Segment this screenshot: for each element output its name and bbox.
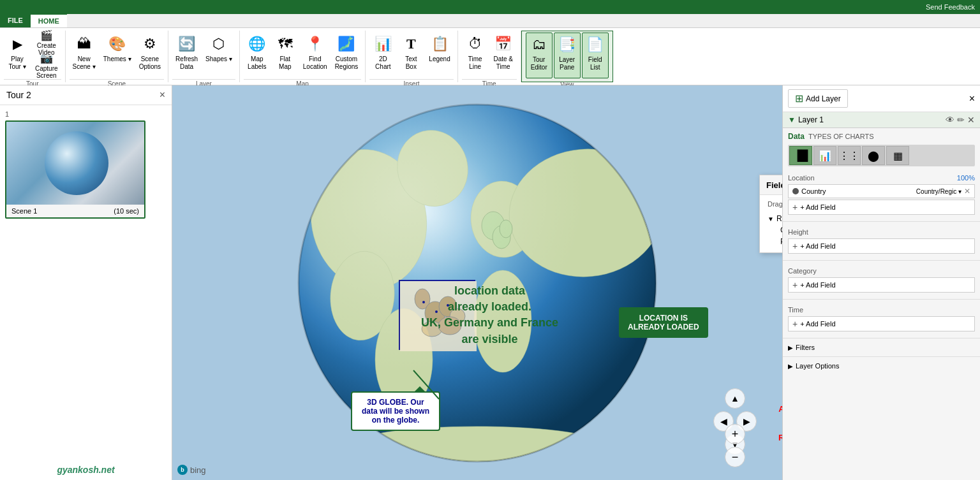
scene-list: 1 Scene 1 (10 sec) (0, 105, 172, 460)
shapes-button[interactable]: ⬡ Shapes ▾ (202, 32, 235, 78)
map-area: ▲ ◀ ▶ ▼ + − b bing 3D GLOBE. Our data wi… (172, 85, 782, 480)
ribbon-group-time: ⏱ TimeLine 📅 Date &Time Time (458, 31, 521, 82)
height-label-row: Height (788, 228, 975, 236)
location-add-label: + Add Field (800, 203, 835, 211)
ribbon-group-scene: 🏔 NewScene ▾ 🎨 Themes ▾ ⚙ SceneOptions S… (66, 31, 169, 82)
custom-regions-button[interactable]: 🗾 CustomRegions (332, 32, 362, 78)
right-panel: ⊞ Add Layer × ▼ Layer 1 👁 ✏ ✕ D (782, 85, 980, 480)
annotation-addfields: ADD THE DATA FIELDS AS PER REQUIREMENT (778, 404, 782, 442)
layer-options-label: Layer Options (796, 362, 839, 370)
new-scene-button[interactable]: 🏔 NewScene ▾ (70, 32, 99, 78)
tab-file[interactable]: FILE (0, 13, 31, 27)
custom-regions-icon: 🗾 (336, 34, 357, 54)
date-time-button[interactable]: 📅 Date &Time (490, 32, 517, 78)
location-type-select[interactable]: Country/Regic ▾ (916, 188, 961, 195)
map-labels-button[interactable]: 🌐 MapLabels (244, 32, 271, 78)
layer-section: ▼ Layer 1 👁 ✏ ✕ (783, 112, 980, 128)
scene-thumbnail (6, 122, 145, 205)
time-plus-icon: + (792, 319, 798, 329)
ribbon-group-view: 🗂 TourEditor 📑 LayerPane 📄 FieldList Vie… (521, 31, 613, 82)
flat-map-icon: 🗺 (275, 34, 295, 54)
find-location-icon: 📍 (305, 34, 325, 54)
2d-chart-button[interactable]: 📊 2DChart (369, 32, 396, 78)
divider-3 (783, 299, 980, 300)
location-section: Location 100% Country Country/Regic ▾ ✕ … (783, 170, 980, 219)
chart-type-bar2-button[interactable]: 📊 (813, 146, 836, 165)
location-label: Location (788, 174, 815, 182)
add-layer-button[interactable]: ⊞ Add Layer (788, 89, 848, 108)
legend-icon: 📋 (429, 34, 450, 54)
chart-type-heat-button[interactable]: ▦ (886, 146, 909, 165)
time-section: Time + + Add Field (783, 302, 980, 335)
time-line-button[interactable]: ⏱ TimeLine (462, 32, 489, 78)
divider-1 (783, 221, 980, 222)
layer-collapse-icon[interactable]: ▼ (788, 115, 796, 124)
annotation-globe-arrow (407, 367, 445, 399)
zoom-out-button[interactable]: − (725, 447, 745, 467)
dialog-title: Field List (766, 180, 782, 190)
category-plus-icon: + (792, 280, 798, 290)
layer-edit-icon[interactable]: ✏ (957, 115, 965, 125)
layer-pane-button[interactable]: 📑 LayerPane (554, 33, 581, 78)
title-bar: Send Feedback (0, 0, 980, 14)
ribbon-group-layer: 🔄 RefreshData ⬡ Shapes ▾ Layer (168, 31, 240, 82)
time-line-icon: ⏱ (465, 34, 486, 54)
chart-type-bubble-button[interactable]: ⬤ (862, 146, 885, 165)
ribbon-group-map: 🌐 MapLabels 🗺 FlatMap 📍 FindLocation 🗾 C… (240, 31, 366, 82)
location-remove-icon[interactable]: ✕ (964, 187, 970, 196)
scene-item[interactable]: Scene 1 (10 sec) (5, 120, 145, 219)
themes-button[interactable]: 🎨 Themes ▾ (100, 32, 135, 78)
tree-root-label: Range (776, 214, 782, 223)
tour-pane-header: Tour 2 × (0, 85, 172, 105)
create-video-button[interactable]: 🎬 CreateVideo (32, 32, 61, 54)
zoom-in-button[interactable]: + (725, 424, 745, 444)
height-add-field-button[interactable]: + + Add Field (788, 238, 975, 254)
main-area: Tour 2 × 1 Scene 1 (10 sec) gyankosh.net (0, 85, 980, 480)
ribbon-tabs: FILE HOME (0, 14, 980, 28)
2d-chart-icon: 📊 (373, 34, 393, 54)
right-panel-close-button[interactable]: × (969, 93, 975, 105)
location-add-field-button[interactable]: + + Add Field (788, 200, 975, 215)
category-add-field-button[interactable]: + + Add Field (788, 277, 975, 293)
legend-button[interactable]: 📋 Legend (426, 32, 453, 78)
divider-4 (783, 338, 980, 338)
map-labels-icon: 🌐 (247, 34, 267, 54)
layer-options-row[interactable]: ▶ Layer Options (783, 360, 980, 372)
location-plus-icon: + (792, 202, 798, 212)
scene-duration: (10 sec) (114, 207, 139, 215)
layer-title: ▼ Layer 1 (788, 115, 824, 124)
layer-icons: 👁 ✏ ✕ (946, 115, 975, 125)
tree-arrow-icon: ▼ (768, 215, 774, 222)
layer-visibility-icon[interactable]: 👁 (946, 115, 954, 125)
scene-options-button[interactable]: ⚙ SceneOptions (136, 32, 164, 78)
play-tour-button[interactable]: ▶ PlayTour ▾ (4, 32, 31, 78)
filters-row[interactable]: ▶ Filters (783, 341, 980, 354)
bing-icon: b (177, 465, 188, 475)
add-layer-icon: ⊞ (795, 92, 803, 105)
chart-type-scatter-button[interactable]: ⋮⋮ (838, 146, 861, 165)
refresh-data-button[interactable]: 🔄 RefreshData (172, 32, 201, 78)
height-plus-icon: + (792, 241, 798, 251)
field-list-button[interactable]: 📄 FieldList (582, 33, 609, 78)
annotation-globe-text: 3D GLOBE. Our data will be shown on the … (362, 398, 429, 425)
nav-up-button[interactable]: ▲ (725, 388, 745, 409)
tour-pane-close[interactable]: × (160, 89, 165, 101)
time-add-field-button[interactable]: + + Add Field (788, 316, 975, 331)
zoom-controls: + − (725, 424, 745, 467)
tree-item-population[interactable]: Population (780, 236, 782, 247)
text-box-button[interactable]: T TextBox (397, 32, 424, 78)
flat-map-button[interactable]: 🗺 FlatMap (272, 32, 299, 78)
category-section: Category + + Add Field (783, 263, 980, 296)
chart-type-bar-button[interactable]: ▐█ (789, 146, 812, 165)
send-feedback-link[interactable]: Send Feedback (926, 3, 975, 11)
tree-item-country[interactable]: Country (780, 224, 782, 236)
date-time-icon: 📅 (493, 34, 514, 54)
tab-home[interactable]: HOME (31, 13, 67, 27)
tour-editor-button[interactable]: 🗂 TourEditor (526, 33, 553, 78)
divider-2 (783, 260, 980, 261)
annotation-loaded-text: location dataalready loaded.UK, Germany … (421, 284, 558, 345)
annotation-addfields-text: ADD THE DATA FIELDS AS PER REQUIREMENT (778, 404, 782, 442)
capture-screen-button[interactable]: 📷 CaptureScreen (32, 55, 61, 76)
find-location-button[interactable]: 📍 FindLocation (300, 32, 330, 78)
layer-delete-icon[interactable]: ✕ (967, 115, 975, 125)
